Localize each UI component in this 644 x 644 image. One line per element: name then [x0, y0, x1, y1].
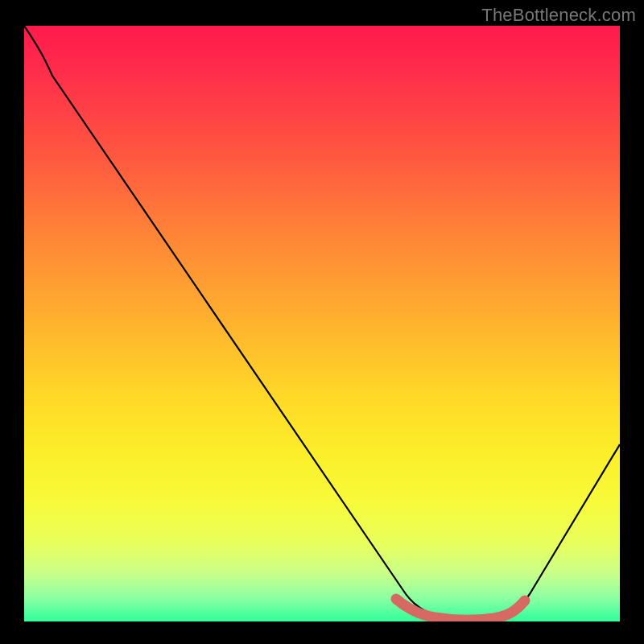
curve-layer: [24, 26, 620, 621]
optimal-highlight: [396, 599, 525, 620]
plot-area: [24, 26, 620, 621]
bottleneck-curve: [24, 26, 620, 619]
chart-frame: TheBottleneck.com: [0, 0, 644, 644]
watermark-text: TheBottleneck.com: [481, 5, 636, 26]
